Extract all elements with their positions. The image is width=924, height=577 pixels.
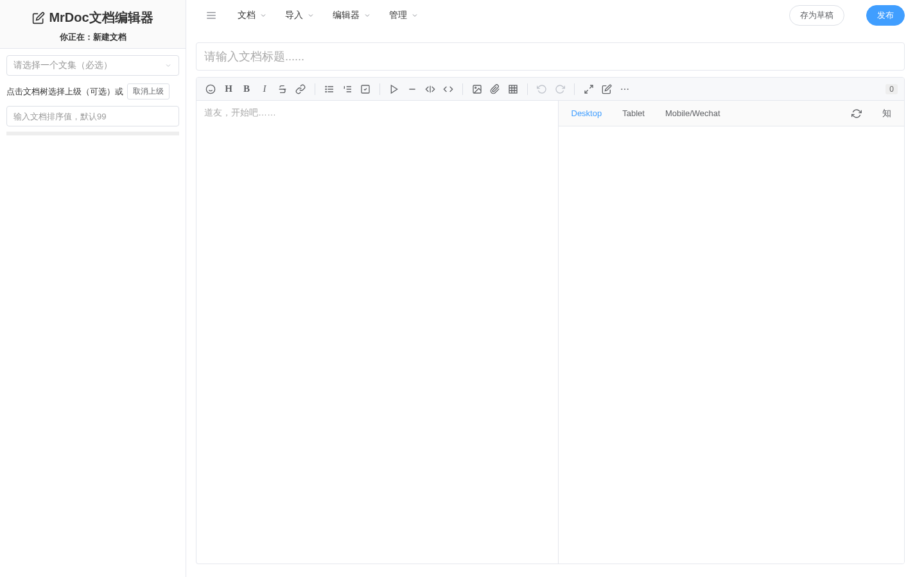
heading-icon[interactable]: H <box>221 82 236 97</box>
italic-icon[interactable]: I <box>257 82 272 97</box>
svg-point-10 <box>326 86 326 87</box>
unordered-list-icon[interactable] <box>322 82 337 97</box>
svg-line-27 <box>589 85 593 89</box>
collection-select-placeholder: 请选择一个文集（必选） <box>13 60 112 71</box>
svg-marker-17 <box>391 85 397 93</box>
separator <box>379 83 380 95</box>
ordered-list-icon[interactable] <box>340 82 355 97</box>
menu-import[interactable]: 导入 <box>285 10 315 21</box>
refresh-icon[interactable] <box>851 108 862 119</box>
loading-bar <box>6 132 179 135</box>
code-block-icon[interactable] <box>423 82 438 97</box>
image-icon[interactable] <box>469 82 485 97</box>
sidebar: MrDoc文档编辑器 你正在：新建文档 请选择一个文集（必选） 点击文档树选择上… <box>0 0 186 577</box>
editor-placeholder: 道友，开始吧…… <box>204 107 276 117</box>
separator <box>574 83 575 95</box>
menu-editor[interactable]: 编辑器 <box>333 10 371 21</box>
svg-point-21 <box>475 87 476 88</box>
edit-mode-icon[interactable] <box>599 82 615 97</box>
sort-input[interactable] <box>6 106 179 126</box>
svg-point-31 <box>627 89 629 90</box>
main: 文档 导入 编辑器 管理 存为草稿 发布 <box>186 0 924 577</box>
preview-tab-desktop[interactable]: Desktop <box>571 108 602 118</box>
separator <box>527 83 528 95</box>
collection-select[interactable]: 请选择一个文集（必选） <box>6 55 179 76</box>
parent-select-row: 点击文档树选择上级（可选）或 取消上级 <box>6 83 179 99</box>
editor-wrapper: H B I <box>196 77 905 564</box>
document-title-input[interactable] <box>196 42 905 71</box>
emoji-icon[interactable] <box>203 82 218 97</box>
code-inline-icon[interactable] <box>440 82 456 97</box>
app-title: MrDoc文档编辑器 <box>32 9 153 26</box>
chevron-down-icon <box>363 12 371 19</box>
editor-textarea[interactable]: 道友，开始吧…… <box>196 101 559 564</box>
save-draft-button[interactable]: 存为草稿 <box>789 5 844 26</box>
preview-tab-tablet[interactable]: Tablet <box>622 108 645 118</box>
chevron-down-icon <box>411 12 419 19</box>
parent-select-label: 点击文档树选择上级（可选）或 <box>6 86 123 98</box>
strikethrough-icon[interactable] <box>275 82 290 97</box>
top-menu: 文档 导入 编辑器 管理 存为草稿 发布 <box>186 0 924 31</box>
preview-tab-mobile[interactable]: Mobile/Wechat <box>665 108 720 118</box>
redo-icon[interactable] <box>552 82 568 97</box>
word-count: 0 <box>885 84 898 94</box>
separator <box>315 83 315 95</box>
chevron-down-icon <box>307 12 315 19</box>
attachment-icon[interactable] <box>487 82 503 97</box>
horizontal-rule-icon[interactable] <box>405 82 420 97</box>
fullscreen-icon[interactable] <box>581 82 597 97</box>
menu-items: 文档 导入 编辑器 管理 <box>238 10 419 21</box>
menu-manage[interactable]: 管理 <box>389 10 419 21</box>
chevron-down-icon <box>259 12 267 19</box>
chevron-down-icon <box>164 62 172 69</box>
svg-point-11 <box>326 89 326 89</box>
svg-point-3 <box>206 85 214 93</box>
content: H B I <box>186 31 924 564</box>
preview-pane: Desktop Tablet Mobile/Wechat 知 <box>559 101 905 564</box>
svg-rect-22 <box>509 85 517 93</box>
sidebar-body: 请选择一个文集（必选） 点击文档树选择上级（可选）或 取消上级 <box>0 49 186 142</box>
app-subtitle: 你正在：新建文档 <box>6 31 179 43</box>
preview-body <box>559 126 905 564</box>
edit-icon <box>32 12 45 24</box>
editor-toolbar: H B I <box>196 78 904 101</box>
publish-button[interactable]: 发布 <box>866 5 905 26</box>
table-icon[interactable] <box>505 82 521 97</box>
app-title-text: MrDoc文档编辑器 <box>49 9 153 26</box>
svg-point-12 <box>326 91 326 92</box>
separator <box>462 83 463 95</box>
preview-tabs: Desktop Tablet Mobile/Wechat 知 <box>559 101 905 126</box>
checklist-icon[interactable] <box>358 82 373 97</box>
link-icon[interactable] <box>293 82 308 97</box>
svg-point-29 <box>621 89 622 90</box>
bold-icon[interactable]: B <box>239 82 254 97</box>
menu-document[interactable]: 文档 <box>238 10 267 21</box>
svg-line-28 <box>585 90 588 93</box>
cancel-parent-button[interactable]: 取消上级 <box>127 83 170 99</box>
quote-icon[interactable] <box>387 82 402 97</box>
svg-point-30 <box>624 89 625 90</box>
hamburger-icon[interactable] <box>205 10 217 21</box>
zhi-button[interactable]: 知 <box>882 108 891 119</box>
editor-panes: 道友，开始吧…… Desktop Tablet Mobile/Wechat 知 <box>196 101 904 564</box>
more-icon[interactable] <box>617 82 632 97</box>
sidebar-header: MrDoc文档编辑器 你正在：新建文档 <box>0 0 186 49</box>
undo-icon[interactable] <box>534 82 550 97</box>
